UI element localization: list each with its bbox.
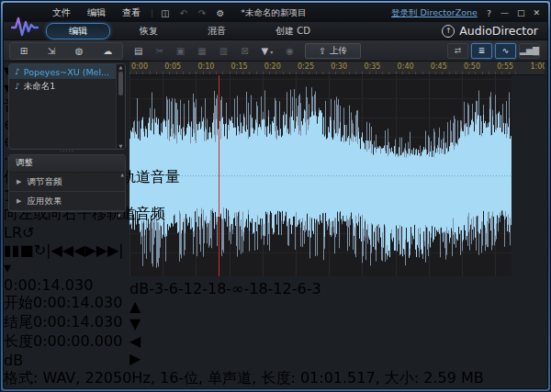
timeline-ruler[interactable]: 0:000:050:100:150:200:250:300:350:400:45…	[129, 62, 545, 75]
ruler-tick-label: 0:35	[364, 62, 380, 71]
new-document-icon[interactable]: ▤	[134, 46, 142, 56]
loop-button[interactable]: ↻	[34, 241, 46, 259]
field-end: 结尾0:00:14.030	[4, 313, 547, 332]
field-label: 结尾	[4, 313, 33, 330]
cloud-icon[interactable]: ☁	[103, 46, 112, 56]
keyframe-panel-icon[interactable]: ≣	[471, 43, 492, 59]
field-length: 长度0:00:00.000	[4, 332, 547, 352]
next-button[interactable]: ▶|	[107, 241, 124, 259]
window-frame: 文件编辑查看 | ◫↶↷⚙ *未命名的新项目 登录到 DirectorZone …	[0, 0, 551, 392]
scrollbar-thumb[interactable]	[118, 72, 123, 95]
reset-icon[interactable]: ↺	[22, 224, 34, 241]
help-button[interactable]: ?	[487, 8, 491, 18]
adjust-item-audio[interactable]: ▶调节音频	[9, 173, 125, 192]
library-item-label: 未命名1	[24, 81, 56, 93]
forward-button[interactable]: ▶▶	[84, 241, 107, 259]
stop-button[interactable]: ■	[20, 241, 34, 259]
rewind-button[interactable]: ◀◀	[62, 241, 85, 259]
shuttle-view-icon[interactable]: ⇄	[447, 43, 468, 59]
previous-button[interactable]: |◀	[46, 241, 62, 259]
pause-button[interactable]: ▮▮	[4, 241, 20, 259]
save-icon[interactable]: ◫	[159, 8, 172, 18]
tab-edit[interactable]: 编辑	[46, 23, 110, 39]
upload-icon: ⇪	[319, 46, 326, 56]
toolbar: ⊞⇲◍☁ ▤✂▣▦▥⊠▼▾◉ ⇪ 上传 ⇄≣∿▂▅▇	[4, 40, 547, 62]
music-note-icon: ♪	[15, 82, 20, 91]
ruler-tick-label: 1:00	[530, 62, 545, 71]
level-meter: dB	[4, 352, 547, 369]
directorzone-login-link[interactable]: 登录到 DirectorZone	[391, 7, 478, 19]
trim-icon: ⊠	[241, 46, 248, 56]
upload-circle-icon: ↑	[442, 25, 455, 38]
close-button[interactable]: ✕	[533, 8, 540, 17]
tab-mix[interactable]: 混音	[198, 24, 235, 39]
import-convert-icon[interactable]: ⇲	[48, 46, 55, 56]
media-import-group: ⊞⇲◍☁	[9, 42, 123, 60]
titlebar-icon-group: ◫↶↷⚙	[159, 8, 227, 18]
meter-db-label: dB	[4, 352, 547, 369]
music-note-icon: ♪	[15, 67, 20, 76]
lane-scale-bottom: R	[12, 224, 22, 241]
marker-icon[interactable]: ▼▾	[262, 46, 274, 56]
library-item[interactable]: ♪未命名1	[9, 79, 125, 94]
title-bar: 文件编辑查看 | ◫↶↷⚙ *未命名的新项目 登录到 DirectorZone …	[4, 4, 547, 22]
adjust-item-effects[interactable]: ▶应用效果	[9, 192, 125, 211]
expand-triangle-icon[interactable]: ▶	[17, 178, 21, 185]
dropdown-arrow-icon[interactable]: ▾	[270, 49, 273, 55]
copy-icon: ▣	[176, 46, 185, 56]
import-media-icon[interactable]: ⊞	[20, 46, 28, 56]
tab-create-cd[interactable]: 创建 CD	[266, 24, 320, 39]
record-button[interactable]: ▾	[4, 259, 547, 276]
scroll-up-icon[interactable]: ▲	[119, 64, 123, 70]
transport-bar: ▮▮■↻|◀◀◀▶▶▶| ▾ 0:00:14.030 开始0:00:14.030…	[4, 241, 547, 369]
delete-icon: ▥	[219, 46, 228, 56]
redo-icon[interactable]: ↷	[196, 8, 208, 18]
adjust-item-label: 应用效果	[27, 196, 62, 207]
spectral-view-icon[interactable]: ▂▅▇	[519, 43, 540, 59]
library-scrollbar[interactable]: ▲ ▼	[116, 64, 125, 149]
menu-view[interactable]: 查看	[114, 5, 149, 21]
minimize-button[interactable]: —	[500, 8, 509, 17]
record-voice-icon: ◉	[286, 46, 294, 56]
field-value: 0:00:14.030	[33, 313, 122, 330]
edit-icon-group: ▤✂▣▦▥⊠▼▾◉	[134, 46, 294, 56]
ruler-tick-label: 0:10	[197, 62, 214, 71]
undo-icon[interactable]: ↶	[177, 8, 190, 18]
download-directorzone-icon[interactable]: ◍	[75, 46, 84, 56]
brand: ↑ AudioDirector	[442, 24, 538, 38]
scroll-down-icon[interactable]: ▼	[119, 143, 123, 149]
app-window: 文件编辑查看 | ◫↶↷⚙ *未命名的新项目 登录到 DirectorZone …	[3, 3, 548, 389]
brand-name: AudioDirector	[459, 24, 538, 38]
cut-icon: ✂	[155, 46, 163, 56]
watermark-domain: dayanzai.me	[4, 388, 98, 389]
settings-gear-icon[interactable]: ⚙	[214, 8, 227, 18]
field-value: 0:00:14.030	[33, 294, 122, 311]
view-toggle-group: ⇄≣∿▂▅▇	[447, 43, 540, 59]
ruler-tick-label: 0:45	[431, 62, 447, 71]
maximize-button[interactable]: □	[517, 8, 525, 17]
adjust-scroll-up-icon[interactable]: ▲	[120, 172, 124, 177]
record-dropdown-icon[interactable]: ▾	[4, 259, 11, 276]
lane-control-strip: LR↺	[4, 224, 547, 241]
menu-file[interactable]: 文件	[44, 5, 79, 21]
library-item[interactable]: ♪Popeyes~XU (Mel...	[9, 64, 125, 79]
adjust-panel-title: 调整	[9, 155, 125, 173]
ruler-minor-ticks	[129, 72, 521, 74]
library-item-label: Popeyes~XU (Mel...	[24, 67, 109, 77]
menu-edit[interactable]: 编辑	[79, 5, 114, 21]
ruler-tick-label: 0:50	[464, 62, 480, 71]
status-bar: 格式: WAV, 22050Hz, 16-位, 单声道, 长度: 01:01.5…	[4, 369, 547, 389]
field-label: 开始	[4, 294, 33, 311]
time-display: 0:00:14.030	[4, 276, 547, 294]
waveform-view-icon[interactable]: ∿	[495, 43, 516, 59]
paste-icon: ▦	[197, 46, 206, 56]
expand-triangle-icon[interactable]: ▶	[17, 197, 21, 205]
ruler-tick-label: 0:40	[398, 62, 414, 71]
upload-button[interactable]: ⇪ 上传	[305, 43, 361, 59]
media-library-list: ♪Popeyes~XU (Mel...♪未命名1 ▲ ▼	[8, 63, 126, 150]
ruler-tick-label: 0:25	[298, 62, 314, 71]
mode-tab-bar: 编辑恢复混音创建 CD	[46, 23, 351, 39]
upload-label: 上传	[330, 45, 347, 57]
tab-restore[interactable]: 恢复	[130, 24, 167, 39]
mode-bar: 编辑恢复混音创建 CD ↑ AudioDirector	[4, 22, 547, 40]
